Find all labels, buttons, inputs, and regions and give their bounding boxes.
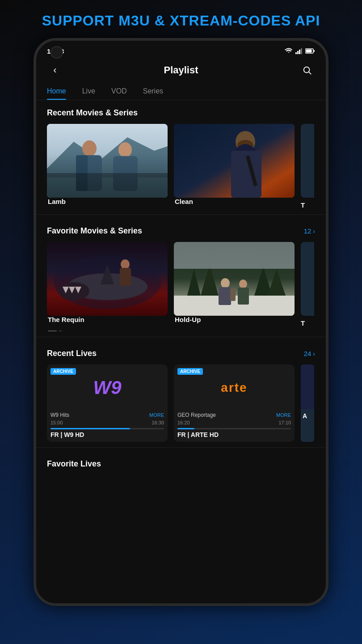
svg-rect-43 <box>230 288 236 301</box>
arte-logo: arte <box>221 381 247 395</box>
top-header: SUPPORT M3U & XTREAM-CODES API <box>0 0 362 38</box>
movie-card-clean[interactable]: Clean <box>174 124 295 209</box>
arte-more-btn[interactable]: MORE <box>276 412 291 418</box>
svg-rect-3 <box>301 48 302 54</box>
recent-lives-header: Recent Lives 24 › <box>47 349 315 358</box>
camera-notch <box>51 46 63 59</box>
movie-card-lamb[interactable]: Lamb <box>47 124 168 209</box>
w9-logo-area: W9 <box>51 370 164 406</box>
recent-movies-cards: Lamb <box>47 124 315 209</box>
w9-more-btn[interactable]: MORE <box>149 412 164 418</box>
svg-rect-16 <box>113 156 138 191</box>
arte-progress-bar <box>177 428 291 429</box>
favorite-movies-chevron: › <box>313 228 315 235</box>
svg-rect-6 <box>314 50 315 52</box>
movie-thumb-clean <box>174 124 295 198</box>
arte-channel-name: FR | ARTE HD <box>177 431 291 438</box>
archive-badge-w9: ARCHIVE <box>51 368 76 375</box>
wifi-icon <box>285 48 293 54</box>
movie-title-clean: Clean <box>174 198 193 205</box>
svg-rect-1 <box>297 51 299 54</box>
favorite-lives-section: Favorite Lives <box>36 451 326 479</box>
movie-card-holdup[interactable]: Hold-Up <box>174 242 295 327</box>
tab-live[interactable]: Live <box>74 84 103 100</box>
w9-info: W9 Hits MORE 15:00 16:30 FR | W9 HD <box>47 409 168 442</box>
w9-logo: W9 <box>93 377 122 398</box>
recent-lives-count: 24 <box>304 350 311 357</box>
live-card-arte-inner: ARCHIVE arte <box>174 364 295 409</box>
back-icon: ‹ <box>53 64 56 76</box>
favorite-movies-cards: The Requin <box>47 242 315 327</box>
scroll-content[interactable]: Recent Movies & Series <box>36 100 326 603</box>
live-card-w9-inner: ARCHIVE W9 <box>47 364 168 409</box>
favorite-lives-title: Favorite Lives <box>47 459 101 469</box>
signal-icon <box>295 48 303 54</box>
live-cards-row: ARCHIVE W9 W9 Hits MORE 15:00 <box>47 364 315 442</box>
svg-rect-45 <box>238 288 249 305</box>
recent-lives-count-btn[interactable]: 24 › <box>304 350 315 357</box>
svg-rect-9 <box>47 124 168 198</box>
tabs-bar: Home Live VOD Series <box>36 84 326 100</box>
movie-title-holdup: Hold-Up <box>174 316 201 323</box>
back-button[interactable]: ‹ <box>47 62 63 78</box>
favorite-count: 12 <box>304 227 311 235</box>
search-icon <box>302 65 312 75</box>
lamb-thumbnail-svg <box>47 124 168 198</box>
w9-program-row: W9 Hits MORE <box>51 412 164 418</box>
tab-vod[interactable]: VOD <box>103 84 135 100</box>
recent-movies-section: Recent Movies & Series <box>36 100 326 211</box>
svg-rect-42 <box>219 287 231 305</box>
w9-time-end: 16:30 <box>152 420 164 425</box>
w9-time-row: 15:00 16:30 <box>51 420 164 425</box>
app-title: Playlist <box>164 64 198 76</box>
live-card-w9[interactable]: ARCHIVE W9 W9 Hits MORE 15:00 <box>47 364 168 442</box>
movie-card-requin[interactable]: The Requin <box>47 242 168 327</box>
recent-movies-title: Recent Movies & Series <box>47 108 138 118</box>
search-button[interactable] <box>299 62 315 78</box>
movie-card-partial-2: T <box>301 242 314 327</box>
phone-frame: 16:23 <box>34 38 328 606</box>
favorite-movies-row: The Requin <box>47 242 315 327</box>
svg-rect-11 <box>47 178 168 198</box>
favorite-movies-header: Favorite Movies & Series 12 › <box>47 226 315 236</box>
svg-rect-17 <box>47 173 168 198</box>
arte-program-name: GEO Reportage <box>177 412 216 418</box>
phone-screen: 16:23 <box>36 41 326 603</box>
arte-time-start: 16:20 <box>177 420 190 425</box>
scroll-dots <box>47 330 315 331</box>
movie-title-requin: The Requin <box>47 316 84 323</box>
svg-rect-0 <box>295 52 297 54</box>
recent-movies-row: Lamb <box>47 124 315 209</box>
holdup-thumbnail-svg <box>174 242 295 316</box>
recent-lives-chevron: › <box>313 350 315 357</box>
w9-progress-bar <box>51 428 164 429</box>
status-icons <box>285 48 315 54</box>
svg-point-7 <box>304 67 310 73</box>
requin-thumbnail-svg <box>47 242 168 316</box>
w9-program-name: W9 Hits <box>51 412 69 418</box>
arte-progress-fill <box>177 428 194 429</box>
status-bar: 16:23 <box>36 41 326 59</box>
svg-rect-34 <box>47 242 168 316</box>
recent-movies-header: Recent Movies & Series <box>47 108 315 118</box>
svg-point-41 <box>221 278 230 288</box>
svg-rect-14 <box>76 155 88 191</box>
svg-rect-5 <box>306 50 312 53</box>
favorite-lives-header: Favorite Lives <box>47 459 315 469</box>
movie-thumb-holdup <box>174 242 295 316</box>
tab-home[interactable]: Home <box>47 84 74 100</box>
arte-time-row: 16:20 17:10 <box>177 420 291 425</box>
movie-card-partial-1: T <box>301 124 314 209</box>
favorite-movies-count-btn[interactable]: 12 › <box>304 227 315 235</box>
tab-series[interactable]: Series <box>135 84 171 100</box>
svg-rect-2 <box>299 50 300 54</box>
svg-point-15 <box>118 142 132 157</box>
movie-thumb-requin <box>47 242 168 316</box>
live-card-partial: A <box>301 364 314 442</box>
battery-icon <box>305 48 315 54</box>
partial-title-2: T <box>301 319 314 327</box>
movie-title-lamb: Lamb <box>47 198 66 205</box>
svg-line-8 <box>309 72 311 74</box>
svg-point-44 <box>239 280 247 288</box>
live-card-arte[interactable]: ARCHIVE arte GEO Reportage MORE 16: <box>174 364 295 442</box>
